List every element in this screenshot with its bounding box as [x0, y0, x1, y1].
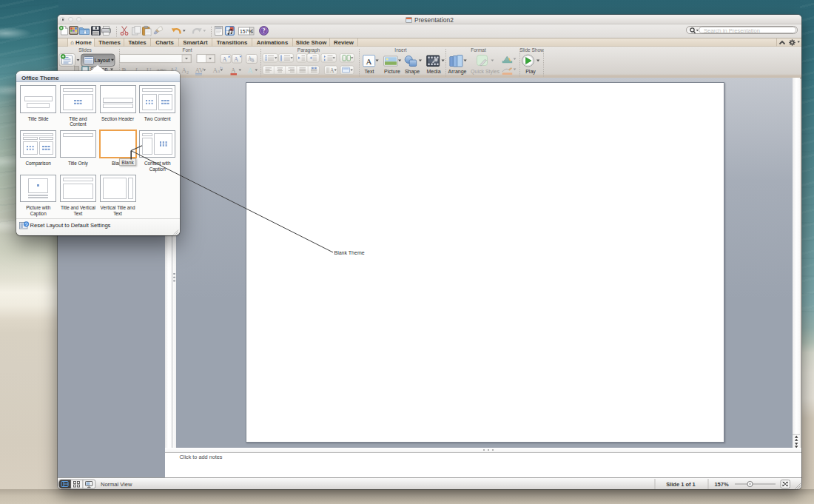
svg-text:Text: Text: [365, 69, 374, 74]
svg-text:Media: Media: [426, 69, 440, 74]
svg-text:Normal View: Normal View: [101, 481, 132, 488]
svg-text:Picture: Picture: [384, 69, 400, 74]
svg-text:Paragraph: Paragraph: [297, 47, 320, 53]
svg-text:Shape: Shape: [405, 69, 420, 75]
svg-text:157%: 157%: [240, 29, 252, 34]
svg-text:Layout: Layout: [95, 57, 110, 63]
svg-text:Quick Styles: Quick Styles: [471, 69, 500, 75]
svg-text:A: A: [234, 55, 239, 62]
svg-text:A: A: [366, 57, 372, 66]
svg-text:157%: 157%: [714, 481, 729, 488]
svg-text:A: A: [248, 66, 254, 74]
svg-text:Arrange: Arrange: [448, 69, 467, 75]
svg-text:Format: Format: [471, 47, 486, 53]
svg-text:?: ?: [262, 27, 265, 34]
svg-text:Slide 1 of 1: Slide 1 of 1: [666, 481, 696, 488]
svg-text:A: A: [223, 55, 228, 62]
svg-text:Slides: Slides: [78, 47, 92, 53]
svg-text:A2: A2: [182, 67, 189, 75]
svg-text:A: A: [330, 67, 334, 73]
svg-text:Slide Show: Slide Show: [519, 47, 544, 53]
svg-text:A: A: [231, 67, 236, 74]
svg-text:AV: AV: [195, 67, 204, 74]
svg-text:Play: Play: [525, 69, 536, 75]
svg-text:Insert: Insert: [394, 47, 406, 53]
svg-text:Font: Font: [182, 47, 192, 53]
